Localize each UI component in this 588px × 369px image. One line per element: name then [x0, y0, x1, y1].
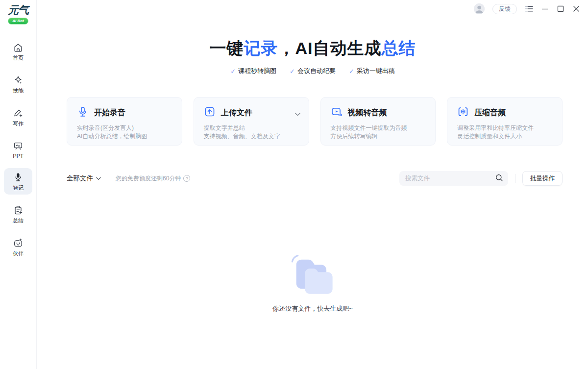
video-audio-icon: [331, 106, 343, 120]
menu-list-icon[interactable]: [525, 5, 533, 12]
mic-icon: [77, 106, 89, 120]
title-part-accent: 记录: [244, 39, 278, 57]
clipboard-icon: [13, 205, 24, 216]
start-recording-card[interactable]: 开始录音 实时录音(区分发言人) AI自动分析总结，绘制脑图: [67, 97, 182, 146]
page-title: 一键记录，AI自动生成总结: [37, 37, 588, 59]
sidebar-item-buddy[interactable]: 伙伴: [4, 234, 32, 260]
file-toolbar: 全部文件 您的免费额度还剩60分钟 ? 批量操作: [67, 171, 563, 186]
feature-item: ✓ 会议自动纪要: [290, 67, 336, 75]
empty-state: 你还没有文件，快去生成吧~: [37, 252, 588, 313]
card-title: 视频转音频: [348, 108, 387, 118]
logo-text: 元气: [8, 5, 28, 16]
sparkle-icon: [13, 75, 24, 86]
empty-message: 你还没有文件，快去生成吧~: [272, 304, 353, 313]
sidebar-item-label: PPT: [13, 153, 23, 159]
empty-folder-icon: [288, 252, 337, 297]
compress-audio-icon: [457, 106, 469, 120]
title-part-accent: 总结: [382, 39, 416, 57]
microphone-icon: [13, 172, 24, 183]
sidebar-item-writing[interactable]: 写作: [4, 104, 32, 130]
feedback-button[interactable]: 反馈: [492, 4, 517, 14]
presentation-icon: [13, 141, 24, 151]
sidebar-item-label: 写作: [13, 120, 24, 127]
card-description: 实时录音(区分发言人) AI自动分析总结，绘制脑图: [77, 124, 172, 141]
sidebar-item-label: 首页: [13, 54, 24, 62]
check-icon: ✓: [290, 68, 295, 75]
card-description: 调整采用率和比特率压缩文件 灵活控制质量和文件大小: [457, 124, 552, 141]
buddy-icon: [13, 238, 24, 248]
sidebar-item-home[interactable]: 首页: [4, 38, 32, 65]
action-cards: 开始录音 实时录音(区分发言人) AI自动分析总结，绘制脑图 上传文件: [67, 97, 563, 146]
all-files-dropdown[interactable]: 全部文件: [67, 174, 101, 183]
feature-item: ✓ 采访一键出稿: [349, 67, 395, 75]
sidebar-item-ppt[interactable]: PPT: [4, 137, 32, 162]
feature-text: 会议自动纪要: [297, 67, 336, 75]
video-to-audio-card[interactable]: 视频转音频 支持视频文件一键提取为音频 方便后续转写编辑: [320, 97, 436, 146]
card-title: 上传文件: [221, 108, 252, 118]
pen-icon: [13, 108, 24, 119]
maximize-icon[interactable]: [557, 5, 564, 13]
card-title: 开始录音: [94, 108, 125, 118]
title-part: ，AI自动生成: [278, 39, 382, 57]
app-logo: 元气 AI Bot: [8, 5, 28, 25]
sidebar-item-smart-notes[interactable]: 智记: [4, 168, 32, 195]
feature-text: 课程秒转脑图: [238, 67, 276, 75]
card-description: 支持视频文件一键提取为音频 方便后续转写编辑: [331, 124, 426, 141]
upload-file-card[interactable]: 上传文件 提取文字并总结 支持视频、音频、文档及文字: [194, 97, 309, 146]
topbar: 反馈: [474, 2, 580, 15]
upload-icon: [204, 106, 216, 120]
sidebar-nav: 首页 技能 写作: [4, 38, 32, 260]
sidebar-item-label: 智记: [13, 184, 24, 192]
toolbar-divider: [515, 174, 515, 183]
chevron-down-icon[interactable]: [295, 109, 300, 118]
search-input[interactable]: [404, 174, 495, 182]
sidebar-item-skills[interactable]: 技能: [4, 71, 32, 98]
search-icon[interactable]: [495, 173, 503, 184]
card-title: 压缩音频: [474, 108, 506, 118]
sidebar: 元气 AI Bot 首页 技能: [0, 0, 37, 369]
feature-item: ✓ 课程秒转脑图: [230, 67, 276, 75]
home-icon: [13, 42, 24, 53]
feature-list: ✓ 课程秒转脑图 ✓ 会议自动纪要 ✓ 采访一键出稿: [37, 67, 588, 75]
check-icon: ✓: [349, 68, 354, 75]
sidebar-item-label: 技能: [13, 87, 24, 95]
chevron-down-icon: [96, 177, 101, 180]
help-icon[interactable]: ?: [183, 175, 190, 182]
quota-text: 您的免费额度还剩60分钟: [116, 174, 181, 183]
logo-badge: AI Bot: [8, 18, 28, 25]
avatar[interactable]: [474, 3, 485, 14]
batch-operations-button[interactable]: 批量操作: [522, 171, 563, 186]
compress-audio-card[interactable]: 压缩音频 调整采用率和比特率压缩文件 灵活控制质量和文件大小: [447, 97, 563, 146]
free-quota: 您的免费额度还剩60分钟 ?: [116, 174, 190, 183]
main-content: 反馈 一键记录，AI自动生成总结 ✓ 课程秒转脑图 ✓ 会议自动纪要 ✓: [37, 0, 588, 369]
close-icon[interactable]: [572, 5, 580, 13]
sidebar-item-summary[interactable]: 总结: [4, 201, 32, 227]
sidebar-item-label: 总结: [13, 217, 24, 224]
feature-text: 采访一键出稿: [357, 67, 395, 75]
search-box[interactable]: [399, 171, 508, 186]
check-icon: ✓: [230, 68, 236, 75]
minimize-icon[interactable]: [541, 5, 549, 13]
card-description: 提取文字并总结 支持视频、音频、文档及文字: [204, 124, 299, 141]
sidebar-item-label: 伙伴: [13, 250, 24, 257]
all-files-label: 全部文件: [67, 174, 93, 183]
title-part: 一键: [210, 39, 244, 57]
